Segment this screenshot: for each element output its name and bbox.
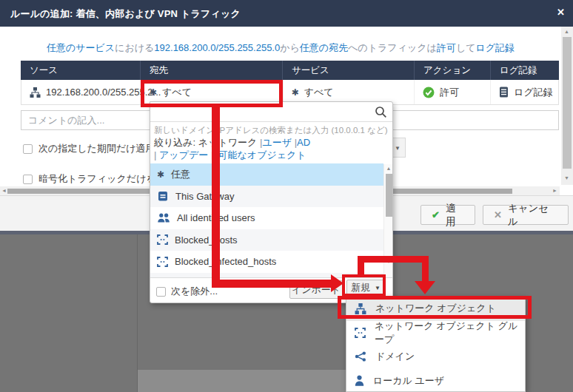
rule-sentence-text: から [280, 42, 300, 53]
annotation-box-destination-cell [141, 80, 283, 107]
service-value: すべて [304, 86, 334, 99]
annotation-box-network-object-item [338, 296, 532, 319]
menu-item-network-object-group[interactable]: ネットワーク オブジェクト グループ [346, 321, 525, 345]
menu-item-domain[interactable]: ドメイン [346, 345, 525, 369]
network-icon [30, 87, 41, 98]
accept-icon [423, 87, 435, 98]
search-hint: 新しいドメイン/IPアドレスの検索または入力 (10.0.0.1 など) [154, 125, 388, 136]
dialog-vertical-scrollbar[interactable]: ▲ ▼ [561, 27, 573, 185]
list-item-label: 任意 [171, 168, 190, 181]
exclude-checkbox-row: 次を除外... [156, 285, 218, 298]
exclude-checkbox[interactable] [156, 287, 166, 297]
rule-sentence-text: へのトラフィックは [348, 42, 437, 53]
dimmed-background-seam [137, 234, 138, 392]
rule-sentence-source-link[interactable]: 192.168.200.0/255.255.255.0 [154, 42, 280, 53]
rule-sentence: 任意のサービスにおける192.168.200.0/255.255.255.0から… [0, 41, 561, 55]
check-icon: ✔ [432, 209, 440, 220]
screen: ルールの追加: 着信、内部および VPN トラフィック ✕ 任意のサービスにおけ… [0, 0, 573, 392]
filter-updatable-link[interactable]: アップデート可能なオブジェクト [159, 149, 306, 160]
period-checkbox-label: 次の指定した期間だけ適用: [38, 142, 158, 155]
group-icon [157, 257, 168, 267]
annotation-elbow-horizontal-segment [358, 256, 429, 263]
asterisk-icon: ✱ [157, 169, 164, 180]
close-icon[interactable]: ✕ [557, 7, 565, 18]
menu-item-local-user[interactable]: ローカル ユーザ [346, 369, 525, 392]
action-cell[interactable]: 許可 [415, 80, 491, 104]
scroll-left-icon[interactable]: ◄ [1, 188, 7, 193]
column-header-action: アクション [415, 61, 491, 80]
log-cell[interactable]: ログ記録 [491, 80, 558, 104]
menu-item-label: ローカル ユーザ [373, 374, 444, 388]
dimmed-background-footer [138, 370, 348, 392]
local-user-icon [355, 375, 364, 386]
action-value: 許可 [440, 86, 459, 99]
list-item-blocked-hosts[interactable]: Blocked_hosts [150, 229, 383, 251]
network-object-group-icon [355, 328, 366, 338]
encrypted-checkbox[interactable] [23, 175, 33, 184]
period-checkbox[interactable] [23, 144, 33, 154]
period-checkbox-row: 次の指定した期間だけ適用: [23, 142, 158, 155]
scroll-up-icon[interactable]: ▲ [386, 166, 392, 171]
menu-item-label: ネットワーク オブジェクト グループ [375, 320, 525, 346]
list-item-label: Blocked_hosts [175, 234, 238, 246]
dialog-title: ルールの追加: 着信、内部および VPN トラフィック [10, 7, 241, 21]
column-header-service: サービス [283, 61, 415, 80]
rule-sentence-destination-link[interactable]: 任意の宛先 [300, 42, 348, 53]
rule-sentence-log-link[interactable]: ログ記録 [476, 42, 515, 53]
annotation-arrow-horizontal-line [212, 280, 332, 288]
domain-icon [355, 351, 366, 362]
list-item-this-gateway[interactable]: This Gateway [150, 186, 383, 208]
annotation-box-new-button [342, 274, 386, 297]
scroll-up-icon[interactable]: ▲ [564, 29, 569, 34]
log-icon [499, 87, 509, 98]
list-item-all-identified-users[interactable]: All identified users [150, 207, 383, 229]
apply-button[interactable]: ✔ 適用 [420, 205, 475, 225]
log-value: ログ記録 [514, 86, 553, 99]
menu-item-label: ドメイン [375, 350, 415, 363]
apply-button-label: 適用 [446, 202, 464, 229]
chevron-down-icon: ▼ [395, 145, 401, 152]
users-icon [157, 213, 170, 223]
exclude-checkbox-label: 次を除外... [171, 285, 218, 298]
column-header-source: ソース [21, 61, 141, 80]
list-item-any[interactable]: ✱ 任意 [150, 163, 383, 186]
annotation-elbow-up-segment [358, 262, 364, 274]
annotation-elbow-down-segment [422, 256, 429, 281]
group-icon [157, 234, 168, 245]
rule-sentence-action-link[interactable]: 許可 [437, 42, 456, 53]
annotation-arrowhead-down [415, 281, 435, 294]
filter-ad-link[interactable]: AD [297, 137, 310, 148]
column-header-destination: 宛先 [141, 61, 283, 80]
annotation-arrow-vertical-line [212, 106, 220, 284]
filter-network[interactable]: ネットワーク [198, 137, 258, 148]
rule-sentence-service-link[interactable]: 任意のサービス [47, 42, 115, 53]
scroll-right-icon[interactable]: ► [552, 188, 557, 193]
source-cell[interactable]: 192.168.200.0/255.255.2... [21, 80, 141, 104]
destination-picker-popup: 新しいドメイン/IPアドレスの検索または入力 (10.0.0.1 など) 絞り込… [150, 101, 393, 303]
filter-user-link[interactable]: ユーザ [262, 137, 292, 148]
rule-sentence-text: における [115, 42, 154, 53]
column-header-log: ログ記録 [491, 61, 558, 80]
filter-separator: | [154, 149, 156, 160]
list-item-label: This Gateway [175, 191, 234, 202]
popup-scrollbar-thumb[interactable] [386, 174, 392, 217]
filter-label: 絞り込み: [154, 137, 195, 148]
dialog-titlebar: ルールの追加: 着信、内部および VPN トラフィック ✕ [0, 0, 573, 27]
cancel-button-label: キャンセル [508, 202, 557, 229]
rule-table-header: ソース 宛先 サービス アクション ログ記録 [21, 61, 559, 80]
vertical-scrollbar-thumb[interactable] [563, 37, 572, 169]
gateway-icon [157, 191, 169, 202]
list-item-blocked-infected-hosts[interactable]: Blocked_infected_hosts [150, 251, 383, 273]
scroll-down-icon[interactable]: ▼ [564, 175, 569, 180]
search-icon [375, 106, 387, 118]
filter-links: 絞り込み: ネットワーク |ユーザ |AD | アップデート可能なオブジェクト [154, 136, 310, 161]
rule-sentence-text: して [456, 42, 476, 53]
close-icon: ✕ [494, 209, 502, 220]
list-item-label: Blocked_infected_hosts [175, 256, 276, 267]
object-list: ✱ 任意 This Gateway All identified users B… [150, 163, 383, 277]
asterisk-icon: ✱ [292, 87, 299, 98]
cancel-button[interactable]: ✕ キャンセル [483, 205, 569, 225]
